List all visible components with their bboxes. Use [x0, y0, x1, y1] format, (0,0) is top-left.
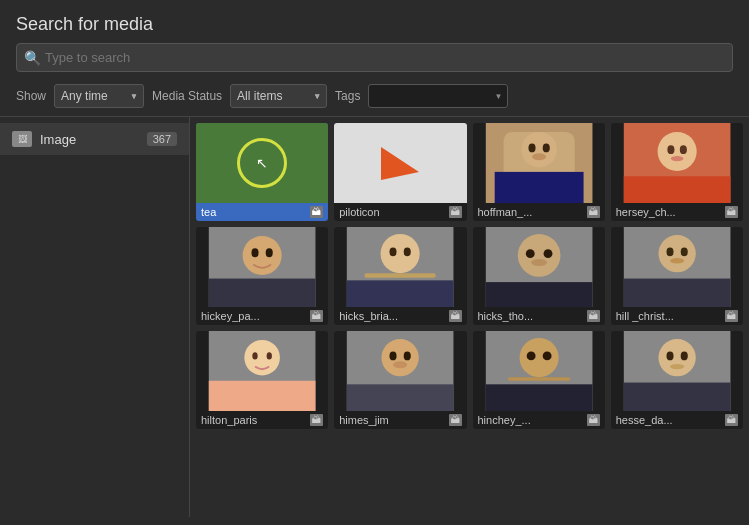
svg-point-21: [390, 247, 397, 256]
grid-item-footer: himes_jim 🏔: [334, 411, 466, 429]
hoffman-face-svg: [473, 123, 605, 203]
pilot-image: [334, 123, 466, 203]
show-label: Show: [16, 89, 46, 103]
svg-rect-23: [365, 273, 436, 277]
hilton-face-svg: [196, 331, 328, 411]
search-input[interactable]: [16, 43, 733, 72]
tags-input[interactable]: [368, 84, 508, 108]
grid-item-name: hesse_da...: [616, 414, 673, 426]
grid-item-footer: hinchey_... 🏔: [473, 411, 605, 429]
media-grid: ↖ tea 🏔 piloticon 🏔: [196, 123, 743, 429]
svg-point-50: [526, 351, 535, 360]
svg-point-46: [393, 361, 407, 368]
svg-point-16: [251, 248, 258, 257]
grid-item-hickey[interactable]: hickey_pa... 🏔: [196, 227, 328, 325]
cursor-icon: ↖: [256, 155, 268, 171]
grid-item-footer: hicks_tho... 🏔: [473, 307, 605, 325]
grid-item-hicks-tho[interactable]: hicks_tho... 🏔: [473, 227, 605, 325]
svg-point-33: [666, 247, 673, 256]
grid-item-hill-christ[interactable]: hill _christ... 🏔: [611, 227, 743, 325]
search-bar: 🔍: [0, 43, 749, 80]
grid-item-footer: hoffman_... 🏔: [473, 203, 605, 221]
svg-point-10: [680, 145, 687, 154]
grid-item-name: hickey_pa...: [201, 310, 260, 322]
sidebar: 🖼 Image 367: [0, 117, 190, 517]
hill-face-svg: [611, 227, 743, 307]
tea-image: ↖: [196, 123, 328, 203]
hinchey-face-svg: [473, 331, 605, 411]
image-type-icon: 🏔: [310, 310, 323, 322]
svg-rect-30: [485, 282, 592, 307]
svg-point-27: [525, 249, 534, 258]
hersey-face-svg: [611, 123, 743, 203]
grid-item-name: hilton_paris: [201, 414, 257, 426]
show-select[interactable]: Any time Today This week This month: [54, 84, 144, 108]
media-status-label: Media Status: [152, 89, 222, 103]
image-type-icon: 🏔: [449, 310, 462, 322]
pilot-arrow-shape: [381, 147, 419, 180]
image-type-icon: 🏔: [725, 414, 738, 426]
grid-item-hoffman[interactable]: hoffman_... 🏔: [473, 123, 605, 221]
image-type-icon: 🏔: [310, 206, 323, 218]
svg-point-17: [266, 248, 273, 257]
svg-point-44: [390, 351, 397, 360]
svg-point-8: [657, 132, 696, 171]
grid-item-piloticon[interactable]: piloticon 🏔: [334, 123, 466, 221]
person-image: [611, 331, 743, 411]
hicks-bria-face-svg: [334, 227, 466, 307]
grid-item-hesse[interactable]: hesse_da... 🏔: [611, 331, 743, 429]
svg-point-3: [528, 143, 535, 152]
person-image: [196, 227, 328, 307]
grid-item-hersey[interactable]: hersey_ch... 🏔: [611, 123, 743, 221]
grid-item-himes-jim[interactable]: himes_jim 🏔: [334, 331, 466, 429]
grid-item-name: piloticon: [339, 206, 379, 218]
svg-point-26: [517, 234, 560, 277]
show-select-wrapper: Any time Today This week This month ▼: [54, 84, 144, 108]
content-area: 🖼 Image 367 ↖ tea 🏔: [0, 117, 749, 517]
grid-item-footer: hicks_bria... 🏔: [334, 307, 466, 325]
svg-point-34: [680, 247, 687, 256]
svg-point-49: [519, 338, 558, 377]
grid-item-name: himes_jim: [339, 414, 389, 426]
svg-point-45: [404, 351, 411, 360]
svg-point-32: [658, 235, 695, 272]
svg-rect-18: [209, 279, 316, 307]
grid-item-name: hill _christ...: [616, 310, 674, 322]
grid-item-footer: hill _christ... 🏔: [611, 307, 743, 325]
grid-area: ↖ tea 🏔 piloticon 🏔: [190, 117, 749, 517]
grid-item-tea[interactable]: ↖ tea 🏔: [196, 123, 328, 221]
svg-point-5: [532, 153, 546, 160]
grid-item-footer: hilton_paris 🏔: [196, 411, 328, 429]
svg-rect-6: [494, 172, 583, 203]
sidebar-item-image[interactable]: 🖼 Image 367: [0, 123, 189, 155]
grid-item-hicks-bria[interactable]: hicks_bria... 🏔: [334, 227, 466, 325]
svg-point-9: [667, 145, 674, 154]
svg-point-51: [542, 351, 551, 360]
svg-point-43: [382, 339, 419, 376]
grid-item-name: hoffman_...: [478, 206, 533, 218]
svg-rect-24: [347, 280, 454, 307]
svg-rect-59: [624, 383, 731, 411]
image-type-icon: 🏔: [725, 310, 738, 322]
hesse-face-svg: [611, 331, 743, 411]
svg-rect-53: [485, 384, 592, 411]
grid-item-name: tea: [201, 206, 216, 218]
grid-item-footer: hersey_ch... 🏔: [611, 203, 743, 221]
person-image: [334, 227, 466, 307]
image-type-icon: 🏔: [587, 310, 600, 322]
page-header: Search for media: [0, 0, 749, 43]
svg-point-29: [531, 259, 547, 266]
himes-face-svg: [334, 331, 466, 411]
image-type-icon: 🏔: [449, 414, 462, 426]
sidebar-item-label: Image: [40, 132, 147, 147]
svg-rect-52: [508, 377, 570, 381]
person-image: [611, 227, 743, 307]
person-image: [473, 331, 605, 411]
grid-item-name: hicks_bria...: [339, 310, 398, 322]
grid-item-hinchey[interactable]: hinchey_... 🏔: [473, 331, 605, 429]
grid-item-hilton-paris[interactable]: hilton_paris 🏔: [196, 331, 328, 429]
media-status-select[interactable]: All items Published Unpublished Archived: [230, 84, 327, 108]
tags-wrapper: ▼: [368, 84, 508, 108]
person-image: [611, 123, 743, 203]
svg-point-58: [670, 364, 684, 369]
